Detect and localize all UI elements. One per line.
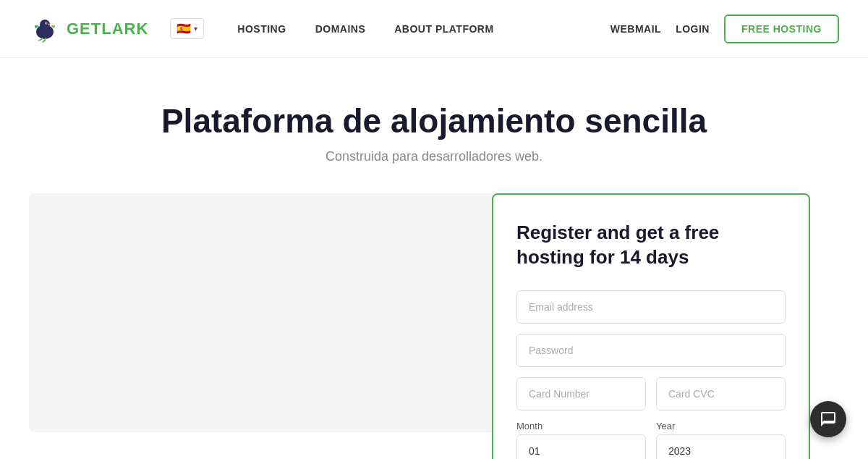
hero-subtitle: Construida para desarrolladores web. (14, 149, 854, 164)
card-cvc-input[interactable] (656, 377, 786, 410)
password-input[interactable] (516, 334, 786, 367)
date-row: Month Year (516, 421, 786, 459)
nav-hosting[interactable]: HOSTING (226, 17, 297, 41)
nav-webmail[interactable]: WEBMAIL (610, 23, 661, 35)
month-group: Month (516, 421, 646, 459)
year-input[interactable] (656, 434, 786, 459)
svg-point-3 (46, 22, 47, 23)
month-label: Month (516, 421, 646, 431)
email-input[interactable] (516, 290, 786, 324)
nav-domains[interactable]: DOMAINS (304, 17, 378, 41)
logo-text: GETLARK (67, 20, 148, 38)
left-panel (29, 193, 492, 432)
register-panel: Register and get a free hosting for 14 d… (492, 193, 810, 459)
hero-title: Plataforma de alojamiento sencilla (14, 101, 854, 140)
nav-login[interactable]: LOGIN (676, 23, 710, 35)
email-group (516, 290, 786, 324)
nav-links: HOSTING DOMAINS ABOUT PLATFORM (226, 17, 610, 41)
logo[interactable]: GETLARK (29, 13, 148, 45)
month-input[interactable] (516, 434, 646, 459)
card-row (516, 377, 786, 410)
language-selector[interactable]: 🇪🇸 ▾ (170, 18, 204, 39)
register-title: Register and get a free hosting for 14 d… (516, 221, 786, 270)
flag-icon: 🇪🇸 (176, 22, 191, 35)
chat-icon (820, 410, 837, 428)
nav-about-platform[interactable]: ABOUT PLATFORM (383, 17, 505, 41)
year-group: Year (656, 421, 786, 459)
nav-right: WEBMAIL LOGIN FREE HOSTING (610, 14, 839, 43)
logo-bird-icon (29, 13, 61, 45)
chevron-down-icon: ▾ (194, 25, 197, 33)
free-hosting-button[interactable]: FREE HOSTING (724, 14, 839, 43)
card-number-input[interactable] (516, 377, 646, 410)
chat-bubble[interactable] (810, 401, 846, 437)
hero-section: Plataforma de alojamiento sencilla Const… (0, 58, 868, 193)
password-group (516, 334, 786, 367)
year-label: Year (656, 421, 786, 431)
navbar: GETLARK 🇪🇸 ▾ HOSTING DOMAINS ABOUT PLATF… (0, 0, 868, 58)
main-content: Register and get a free hosting for 14 d… (0, 193, 868, 459)
